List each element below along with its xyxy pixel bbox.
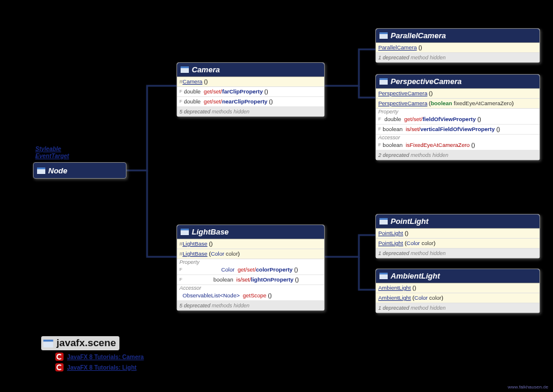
class-icon [181, 66, 189, 73]
constructor-row: AmbientLight (Color color) [376, 293, 539, 303]
property-row: F boolean is/set/verticalFieldOfViewProp… [376, 125, 539, 135]
class-pointlight: PointLight PointLight () PointLight (Col… [375, 214, 540, 259]
member-name[interactable]: Camera [182, 78, 202, 85]
class-header[interactable]: PerspectiveCamera [376, 75, 539, 89]
oracle-icon [55, 353, 64, 361]
class-node[interactable]: Node [33, 162, 126, 179]
member-name[interactable]: nearClipProperty [222, 98, 268, 105]
constructor-row: #Camera () [177, 77, 324, 87]
property-row: F double get/set/farClipProperty () [177, 87, 324, 97]
deprecated-row: 5 deprecated methods hidden [177, 301, 324, 310]
class-icon [379, 218, 388, 225]
member-name[interactable]: isFixedEyeAtCameraZero [406, 142, 470, 148]
member-name[interactable]: PerspectiveCamera [378, 100, 427, 106]
oracle-icon [55, 363, 64, 371]
section-label: Property [376, 109, 539, 115]
package-label: javafx.scene [41, 336, 119, 350]
package-name: javafx.scene [56, 337, 116, 349]
member-name[interactable]: farClipProperty [222, 88, 263, 95]
class-icon [379, 32, 388, 39]
footer-credit[interactable]: www.falkhausen.de [508, 384, 548, 390]
class-camera: Camera #Camera () F double get/set/farCl… [176, 62, 325, 117]
constructor-row: PointLight () [376, 229, 539, 239]
class-parallelcamera: ParallelCamera ParallelCamera () 1 depre… [375, 28, 540, 63]
class-perspectivecamera: PerspectiveCamera PerspectiveCamera () P… [375, 74, 540, 160]
class-icon [379, 78, 388, 85]
constructor-row: ParallelCamera () [376, 43, 539, 53]
section-label: Property [177, 259, 324, 265]
deprecated-row: 1 deprecated method hidden [376, 53, 539, 62]
member-name[interactable]: ParallelCamera [378, 44, 417, 51]
class-header[interactable]: AmbientLight [376, 269, 539, 283]
class-title: PerspectiveCamera [391, 77, 462, 86]
property-row: F boolean is/set/lightOnProperty () [177, 275, 324, 285]
interface-eventtarget[interactable]: EventTarget [35, 153, 69, 160]
constructor-row: AmbientLight () [376, 283, 539, 293]
constructor-row: #LightBase (Color color) [177, 249, 324, 259]
member-name[interactable]: fieldOfViewProperty [422, 116, 476, 122]
tutorial-link-light[interactable]: JavaFX 8 Tutorials: Light [55, 363, 136, 371]
class-icon [379, 273, 388, 279]
constructor-row: #LightBase () [177, 239, 324, 249]
tutorial-link-camera[interactable]: JavaFX 8 Tutorials: Camera [55, 353, 144, 361]
class-icon [44, 339, 54, 347]
member-name[interactable]: PerspectiveCamera [378, 90, 427, 96]
member-name[interactable]: colorProperty [256, 266, 292, 273]
member-name[interactable]: AmbientLight [378, 294, 411, 301]
member-name[interactable]: PointLight [378, 240, 403, 246]
section-label: Accessor [177, 285, 324, 291]
class-header[interactable]: ParallelCamera [376, 29, 539, 43]
constructor-row: PerspectiveCamera () [376, 89, 539, 99]
accessor-row: ObservableList<Node> getScope () [177, 291, 324, 301]
constructor-row: PointLight (Color color) [376, 239, 539, 249]
class-header[interactable]: Camera [177, 63, 324, 77]
class-title: Camera [192, 65, 220, 74]
class-title: Node [48, 166, 68, 175]
class-icon [37, 167, 45, 174]
node-interfaces: Styleable EventTarget [35, 146, 69, 160]
class-icon [181, 229, 189, 235]
property-row: F Color get/set/colorProperty () [177, 265, 324, 275]
property-row: F double get/set/fieldOfViewProperty () [376, 115, 539, 125]
deprecated-row: 2 deprecated methods hidden [376, 150, 539, 160]
member-name[interactable]: PointLight [378, 230, 403, 236]
accessor-row: F boolean isFixedEyeAtCameraZero () [376, 140, 539, 150]
member-name[interactable]: lightOnProperty [251, 276, 294, 283]
member-name[interactable]: verticalFieldOfViewProperty [420, 126, 495, 132]
class-ambientlight: AmbientLight AmbientLight () AmbientLigh… [375, 269, 540, 313]
class-title: LightBase [192, 227, 229, 236]
member-name[interactable]: AmbientLight [378, 284, 411, 291]
deprecated-row: 5 deprecated methods hidden [177, 107, 324, 116]
class-title: PointLight [391, 217, 428, 226]
member-name[interactable]: getScope [243, 292, 266, 299]
member-name[interactable]: LightBase [182, 250, 207, 257]
property-row: F double get/set/nearClipProperty () [177, 97, 324, 107]
class-lightbase: LightBase #LightBase () #LightBase (Colo… [176, 225, 325, 311]
deprecated-row: 1 deprecated method hidden [376, 249, 539, 258]
class-header[interactable]: LightBase [177, 225, 324, 239]
class-title: AmbientLight [391, 272, 440, 280]
deprecated-row: 1 deprecated method hidden [376, 303, 539, 313]
class-header[interactable]: PointLight [376, 215, 539, 229]
member-name[interactable]: LightBase [182, 240, 207, 247]
class-title: ParallelCamera [391, 31, 446, 40]
section-label: Accessor [376, 135, 539, 140]
interface-styleable[interactable]: Styleable [35, 146, 69, 153]
constructor-row: PerspectiveCamera (boolean fixedEyeAtCam… [376, 99, 539, 109]
